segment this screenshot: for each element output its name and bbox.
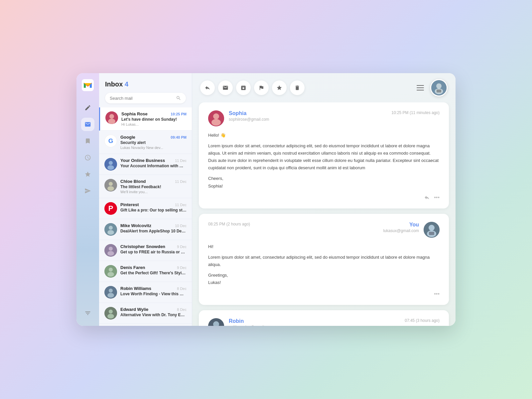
archive-button[interactable] — [236, 80, 251, 95]
msg-sender-info-robin: Robin rwilliamsdoc@gmail.com — [229, 318, 400, 326]
clock-nav-icon[interactable] — [81, 151, 94, 164]
msg-sender-name-robin: Robin — [229, 318, 400, 324]
svg-rect-33 — [437, 89, 441, 92]
svg-text:P: P — [108, 204, 113, 212]
bookmark-nav-icon[interactable] — [81, 134, 94, 148]
msg-sender-name-sophia: Sophia — [229, 110, 387, 116]
user-avatar-main[interactable] — [430, 79, 448, 96]
svg-point-22 — [109, 268, 113, 272]
message-card-sophia: Sophia sophiirose@gmail.com 10:25 PM (11… — [199, 102, 449, 208]
email-content-sophia: Sophia Rose 10:25 PM Let's have dinner o… — [121, 111, 187, 126]
mail-button[interactable] — [218, 80, 233, 95]
email-item-google[interactable]: G Google 09:40 PM Security alert Lukas N… — [99, 131, 192, 154]
svg-rect-40 — [429, 232, 434, 235]
email-content-google: Google 09:40 PM Security alert Lukas Nov… — [120, 135, 187, 150]
avatar-sophia — [105, 111, 118, 124]
svg-point-3 — [109, 114, 114, 119]
reply-button[interactable] — [200, 80, 215, 95]
email-item-pinterest[interactable]: P Pinterest 11 Dec Gift Like a pro: Our … — [99, 198, 192, 219]
msg-time-you: 08:25 PM (2 hours ago) — [208, 222, 250, 226]
messages-area: Sophia sophiirose@gmail.com 10:25 PM (11… — [192, 102, 456, 326]
email-list-header: Inbox 4 — [99, 73, 192, 107]
email-item-sophia[interactable]: Sophia Rose 10:25 PM Let's have dinner o… — [99, 107, 192, 131]
message-card-you: 08:25 PM (2 hours ago) You lukasux@gmail… — [199, 214, 449, 305]
main-content: Sophia sophiirose@gmail.com 10:25 PM (11… — [192, 73, 456, 326]
email-content-business: Your Online Business 11 Dec Your Account… — [120, 158, 187, 169]
avatar-mike — [104, 223, 117, 236]
svg-point-11 — [109, 182, 113, 186]
svg-point-17 — [107, 230, 114, 235]
email-content-chloe: Chloe Blond 11 Dec The littlest Feedback… — [120, 179, 187, 194]
compose-nav-icon[interactable] — [81, 101, 94, 114]
avatar-denis — [104, 265, 117, 278]
search-input[interactable] — [110, 96, 176, 101]
flag-button[interactable] — [254, 80, 269, 95]
msg-sender-name-you: You — [255, 222, 419, 228]
message-header-sophia: Sophia sophiirose@gmail.com 10:25 PM (11… — [208, 110, 440, 126]
email-item-chloe[interactable]: Chloe Blond 11 Dec The littlest Feedback… — [99, 175, 192, 198]
app-container: Inbox 4 Sophia Rose — [76, 73, 456, 326]
menu-line-3 — [417, 90, 424, 90]
search-icon — [176, 95, 181, 101]
message-card-robin: Robin rwilliamsdoc@gmail.com 07:45 (3 ho… — [199, 310, 449, 326]
email-content-edward: Edward Wylie 8 Dec Alternative View with… — [120, 307, 187, 318]
svg-point-31 — [436, 83, 442, 89]
msg-sender-info-sophia: Sophia sophiirose@gmail.com — [229, 110, 387, 122]
msg-sender-email-you: lukasux@gmail.com — [255, 228, 419, 233]
email-item-business[interactable]: Your Online Business 11 Dec Your Account… — [99, 154, 192, 175]
menu-button[interactable] — [414, 81, 427, 94]
search-box[interactable] — [105, 93, 186, 103]
avatar-christopher — [104, 244, 117, 257]
email-item-mike[interactable]: Mike Wolcovitz 10 Dec DealAlert from App… — [99, 219, 192, 240]
svg-point-12 — [107, 186, 114, 191]
avatar-edward — [104, 307, 117, 320]
inbox-title: Inbox 4 — [105, 80, 186, 88]
trash-button[interactable] — [290, 80, 305, 95]
mail-nav-icon[interactable] — [81, 118, 94, 131]
star-nav-icon[interactable] — [81, 168, 94, 181]
svg-text:G: G — [108, 137, 113, 144]
svg-point-4 — [108, 119, 115, 124]
more-msg-you-button[interactable]: ••• — [434, 291, 440, 297]
more-msg-sophia-button[interactable]: ••• — [434, 195, 440, 200]
msg-avatar-robin — [208, 318, 224, 326]
menu-line-1 — [417, 85, 424, 86]
menu-line-2 — [417, 87, 424, 88]
email-list: Sophia Rose 10:25 PM Let's have dinner o… — [99, 107, 192, 326]
svg-point-8 — [109, 161, 113, 165]
message-header-robin: Robin rwilliamsdoc@gmail.com 07:45 (3 ho… — [208, 318, 440, 326]
email-item-robin-list[interactable]: Robin Williams 8 Dec Love Worth Finding … — [99, 282, 192, 303]
msg-sender-email-sophia: sophiirose@gmail.com — [229, 117, 387, 122]
msg-avatar-sophia — [208, 110, 224, 126]
email-list-panel: Inbox 4 Sophia Rose — [99, 73, 192, 326]
msg-body-you: Hi! Lorem ipsum dolor sit amet, consecte… — [208, 243, 440, 286]
msg-time-sophia: 10:25 PM (11 minutes ago) — [391, 110, 440, 115]
svg-point-20 — [107, 251, 114, 256]
msg-actions-sophia: ••• — [208, 195, 440, 200]
email-content-robin-list: Robin Williams 8 Dec Love Worth Finding … — [120, 286, 187, 297]
reply-msg-sophia-button[interactable] — [424, 195, 430, 200]
msg-sender-email-robin: rwilliamsdoc@gmail.com — [229, 325, 400, 326]
svg-point-35 — [213, 113, 219, 119]
msg-avatar-you — [424, 222, 440, 238]
msg-sender-info-you: You lukasux@gmail.com — [255, 222, 419, 233]
msg-time-robin: 07:45 (3 hours ago) — [405, 318, 440, 323]
avatar-business — [104, 158, 117, 171]
svg-point-36 — [211, 119, 221, 126]
email-item-christopher[interactable]: Christopher Snowden 9 Dec Get up to FREE… — [99, 240, 192, 261]
message-header-you: 08:25 PM (2 hours ago) You lukasux@gmail… — [208, 222, 440, 238]
svg-point-26 — [107, 293, 114, 298]
send-nav-icon[interactable] — [81, 184, 94, 198]
email-content-mike: Mike Wolcovitz 10 Dec DealAlert from App… — [120, 223, 187, 234]
star-button[interactable] — [272, 80, 287, 95]
email-content-pinterest: Pinterest 11 Dec Gift Like a pro: Our to… — [120, 202, 187, 213]
filter-nav-icon[interactable] — [81, 307, 94, 320]
email-item-denis[interactable]: Denis Faren 9 Dec Get the Perfect Gift! … — [99, 261, 192, 282]
svg-point-19 — [109, 247, 113, 251]
email-content-christopher: Christopher Snowden 9 Dec Get up to FREE… — [120, 244, 187, 255]
svg-point-25 — [109, 289, 113, 293]
gmail-logo — [82, 79, 94, 98]
email-item-edward[interactable]: Edward Wylie 8 Dec Alternative View with… — [99, 303, 192, 324]
email-content-denis: Denis Faren 9 Dec Get the Perfect Gift! … — [120, 265, 187, 276]
svg-point-38 — [429, 225, 435, 231]
